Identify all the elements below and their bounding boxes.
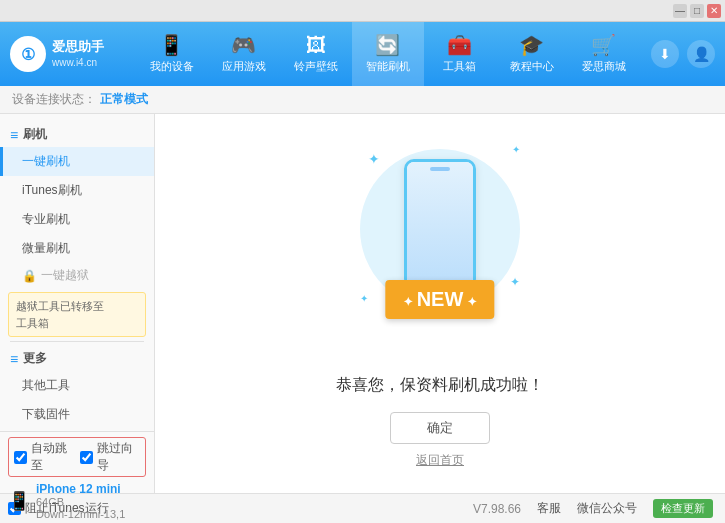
title-bar: — □ ✕ [0,0,725,22]
minimize-button[interactable]: — [673,4,687,18]
user-button[interactable]: 👤 [687,40,715,68]
sidebar-item-one-key-flash[interactable]: 一键刷机 [0,147,154,176]
customer-service-link[interactable]: 客服 [537,500,561,517]
nav-toolbox[interactable]: 🧰 工具箱 [424,22,496,86]
nav-my-device[interactable]: 📱 我的设备 [136,22,208,86]
device-name: iPhone 12 mini [36,482,125,496]
check-update-button[interactable]: 检查更新 [653,499,713,518]
skip-guide-checkbox-item[interactable]: 跳过向导 [80,440,140,474]
success-illustration: ✦ ✦ ✦ ✦ NEW [340,139,540,359]
nav-right-controls: ⬇ 👤 [651,40,715,68]
toolbox-icon: 🧰 [447,35,472,55]
nav-shop[interactable]: 🛒 爱思商城 [568,22,640,86]
nav-wallpaper[interactable]: 🖼 铃声壁纸 [280,22,352,86]
skip-guide-label: 跳过向导 [97,440,140,474]
nav-bar: 📱 我的设备 🎮 应用游戏 🖼 铃声壁纸 🔄 智能刷机 🧰 工具箱 🎓 教程中心… [124,22,651,86]
header: ① 爱思助手 www.i4.cn 📱 我的设备 🎮 应用游戏 🖼 铃声壁纸 🔄 … [0,22,725,86]
device-phone-icon: 📱 [8,490,30,512]
confirm-button[interactable]: 确定 [390,412,490,444]
back-home-link[interactable]: 返回首页 [416,452,464,469]
apps-icon: 🎮 [231,35,256,55]
sparkle-tr-icon: ✦ [512,144,520,155]
download-button[interactable]: ⬇ [651,40,679,68]
sparkle-bl-icon: ✦ [360,293,368,304]
device-version: Down-12mini-13,1 [36,508,125,520]
more-section-icon: ≡ [10,351,18,367]
status-bar: 设备连接状态： 正常模式 [0,86,725,114]
sparkle-br-icon: ✦ [510,275,520,289]
auto-jump-label: 自动跳至 [31,440,74,474]
nav-apps[interactable]: 🎮 应用游戏 [208,22,280,86]
auto-jump-checkbox[interactable] [14,451,27,464]
nav-tutorials[interactable]: 🎓 教程中心 [496,22,568,86]
device-text: iPhone 12 mini 64GB Down-12mini-13,1 [36,482,125,520]
sidebar-item-other-tools[interactable]: 其他工具 [0,371,154,400]
maximize-button[interactable]: □ [690,4,704,18]
device-panel: 自动跳至 跳过向导 📱 iPhone 12 mini 64GB Down-12m… [0,431,155,493]
version-text: V7.98.66 [473,502,521,516]
footer-right: V7.98.66 客服 微信公众号 检查更新 [155,493,725,523]
logo-area: ① 爱思助手 www.i4.cn [10,36,104,72]
sidebar-section-flash: ≡ 刷机 [0,122,154,147]
success-text: 恭喜您，保资料刷机成功啦！ [336,375,544,396]
sidebar-item-pro-flash[interactable]: 专业刷机 [0,205,154,234]
wallpaper-icon: 🖼 [306,35,326,55]
my-device-icon: 📱 [159,35,184,55]
sidebar-item-data-flash[interactable]: 微量刷机 [0,234,154,263]
shop-icon: 🛒 [591,35,616,55]
phone-notch [430,167,450,171]
sidebar-divider [10,341,144,342]
status-label: 设备连接状态： [12,91,96,108]
auto-jump-checkbox-item[interactable]: 自动跳至 [14,440,74,474]
device-storage: 64GB [36,496,125,508]
nav-smart-flash[interactable]: 🔄 智能刷机 [352,22,424,86]
logo-icon: ① [10,36,46,72]
sidebar-item-download-fw[interactable]: 下载固件 [0,400,154,429]
status-value: 正常模式 [100,91,148,108]
lock-icon: 🔒 [22,269,37,283]
sparkle-tl-icon: ✦ [368,151,380,167]
content-area: ✦ ✦ ✦ ✦ NEW 恭喜您，保资料刷机成功啦！ 确定 返回首页 [155,114,725,493]
tutorials-icon: 🎓 [519,35,544,55]
phone-shape [404,159,476,289]
device-info-row: 📱 iPhone 12 mini 64GB Down-12mini-13,1 [8,482,146,520]
flash-section-icon: ≡ [10,127,18,143]
skip-guide-checkbox[interactable] [80,451,93,464]
sidebar-disabled-jailbreak: 🔒 一键越狱 [0,263,154,288]
smart-flash-icon: 🔄 [375,35,400,55]
close-button[interactable]: ✕ [707,4,721,18]
logo-text: 爱思助手 www.i4.cn [52,38,104,70]
notice-box: 越狱工具已转移至 工具箱 [8,292,146,337]
phone-screen [407,162,473,286]
sidebar-item-itunes-flash[interactable]: iTunes刷机 [0,176,154,205]
new-badge: NEW [385,280,494,319]
wechat-link[interactable]: 微信公众号 [577,500,637,517]
checkbox-group: 自动跳至 跳过向导 [8,437,146,477]
sidebar-section-more: ≡ 更多 [0,346,154,371]
